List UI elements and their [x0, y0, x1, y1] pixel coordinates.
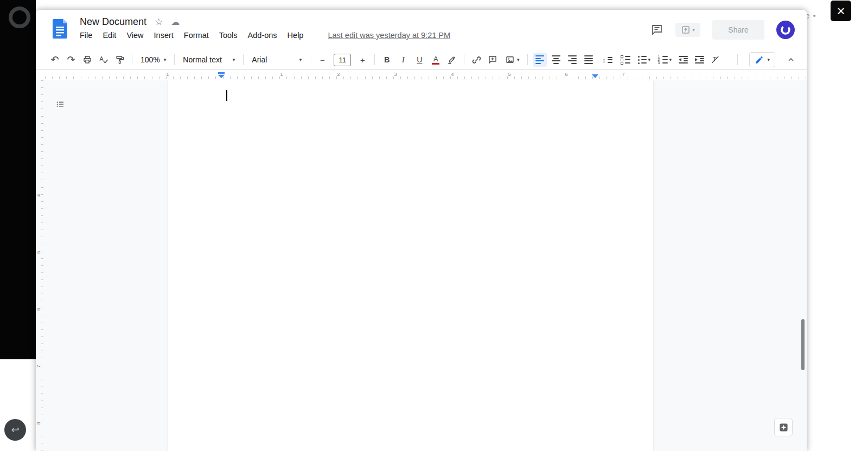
align-justify-button[interactable]: [582, 53, 596, 67]
highlight-color-button[interactable]: [445, 53, 459, 67]
share-button[interactable]: Share: [712, 20, 764, 40]
menu-edit[interactable]: Edit: [103, 31, 116, 40]
print-button[interactable]: [80, 53, 94, 67]
text-color-button[interactable]: A: [429, 53, 443, 67]
line-spacing-button[interactable]: ↕: [598, 53, 616, 67]
separator: [527, 54, 528, 65]
toolbar: ↶ ↷ A 100% ▾ Normal text ▾: [36, 50, 807, 70]
decrease-indent-button[interactable]: [676, 53, 690, 67]
account-avatar[interactable]: [776, 21, 795, 39]
increase-font-size-button[interactable]: +: [355, 53, 369, 67]
docs-header: New Document ☆ ☁ File Edit View Insert F…: [36, 10, 807, 50]
ruler-number: 4: [36, 194, 41, 196]
document-title[interactable]: New Document: [80, 16, 146, 28]
font-size-input[interactable]: 11: [334, 54, 351, 66]
left-indent-marker[interactable]: [218, 72, 225, 78]
style-value: Normal text: [183, 55, 222, 64]
font-select[interactable]: Arial ▾: [247, 53, 306, 67]
menu-view[interactable]: View: [126, 31, 143, 40]
bold-button[interactable]: B: [380, 53, 394, 67]
bulleted-list-button[interactable]: ▾: [635, 53, 653, 67]
menu-addons[interactable]: Add-ons: [248, 31, 277, 40]
editing-mode-button[interactable]: ▾: [749, 52, 775, 67]
separator: [737, 54, 738, 65]
redo-button[interactable]: ↷: [64, 53, 78, 67]
menu-file[interactable]: File: [80, 31, 92, 40]
align-left-icon: [535, 55, 544, 64]
zoom-select[interactable]: 100% ▾: [136, 53, 170, 67]
add-comment-button[interactable]: [486, 53, 500, 67]
ruler-number: 6: [565, 72, 567, 77]
docs-app-icon[interactable]: [53, 19, 67, 41]
separator: [132, 54, 132, 65]
background-logo-icon: [9, 7, 30, 28]
numbered-list-button[interactable]: 1 2 3 ▾: [655, 53, 674, 67]
background-sidebar: [0, 0, 36, 359]
menu-tools[interactable]: Tools: [219, 31, 238, 40]
minus-icon: −: [320, 55, 325, 65]
vertical-scrollbar[interactable]: [801, 319, 805, 370]
insert-image-button[interactable]: ▾: [502, 53, 522, 67]
checklist-button[interactable]: [618, 53, 633, 67]
separator: [310, 54, 310, 65]
hide-menus-button[interactable]: [784, 53, 798, 67]
show-document-outline-button[interactable]: [54, 98, 67, 111]
ruler-number: 4: [451, 72, 454, 77]
increase-indent-button[interactable]: [692, 53, 706, 67]
chevron-down-icon: ▾: [517, 57, 520, 62]
document-page[interactable]: [168, 80, 653, 451]
vertical-ruler[interactable]: 4 5 6 7 8 9: [36, 80, 45, 451]
image-icon: [505, 55, 515, 65]
chevron-up-icon: [787, 55, 795, 64]
paint-format-button[interactable]: [113, 53, 127, 67]
document-outline-icon: [55, 99, 65, 109]
decrease-font-size-button[interactable]: −: [315, 53, 329, 67]
align-justify-icon: [584, 55, 593, 64]
underline-button[interactable]: U: [412, 53, 426, 67]
separator: [243, 54, 244, 65]
align-left-button[interactable]: [533, 53, 547, 67]
last-edit-link[interactable]: Last edit was yesterday at 9:21 PM: [328, 31, 450, 40]
menu-help[interactable]: Help: [288, 31, 304, 40]
document-canvas: 4 5 6 7 8 9: [36, 80, 807, 451]
chevron-down-icon: ▾: [669, 57, 672, 62]
text-color-swatch: [432, 63, 439, 65]
ruler-number: 5: [36, 251, 41, 253]
checklist-icon: [621, 55, 630, 64]
chevron-down-icon: ▾: [692, 27, 695, 33]
align-center-button[interactable]: [549, 53, 563, 67]
explore-button[interactable]: [774, 418, 793, 436]
spellcheck-icon: A: [99, 55, 108, 65]
star-icon[interactable]: ☆: [155, 16, 163, 28]
open-comment-history-button[interactable]: [650, 23, 663, 36]
separator: [174, 54, 175, 65]
increase-indent-icon: [695, 56, 704, 63]
redo-icon: ↷: [67, 55, 75, 65]
horizontal-ruler[interactable]: 1 1 2 3 4 5 6 7: [36, 71, 807, 80]
clear-formatting-button[interactable]: T: [709, 53, 723, 67]
chevron-down-icon: ▾: [767, 57, 770, 62]
paragraph-style-select[interactable]: Normal text ▾: [178, 53, 239, 67]
line-spacing-lines-icon: [608, 57, 612, 63]
background-partial-text: e •: [805, 11, 816, 20]
align-right-button[interactable]: [565, 53, 579, 67]
clear-formatting-icon: T: [711, 55, 720, 65]
italic-button[interactable]: I: [396, 53, 410, 67]
menu-format[interactable]: Format: [184, 31, 209, 40]
highlighter-icon: [447, 55, 457, 65]
back-button[interactable]: ↩: [4, 419, 26, 441]
undo-button[interactable]: ↶: [48, 53, 62, 67]
link-icon: [471, 55, 482, 65]
separator: [374, 54, 375, 65]
svg-text:A: A: [100, 55, 104, 62]
right-indent-marker[interactable]: [592, 74, 598, 78]
cloud-saved-icon[interactable]: ☁: [171, 17, 180, 27]
line-spacing-arrows-icon: ↕: [602, 56, 606, 64]
chevron-down-icon: ▾: [164, 57, 167, 62]
insert-link-button[interactable]: [469, 53, 483, 67]
close-modal-button[interactable]: ×: [831, 1, 851, 21]
menu-insert[interactable]: Insert: [154, 31, 174, 40]
presentation-mode-button[interactable]: ▾: [675, 23, 700, 37]
chevron-down-icon: ▾: [233, 57, 235, 62]
spellcheck-button[interactable]: A: [97, 53, 111, 67]
